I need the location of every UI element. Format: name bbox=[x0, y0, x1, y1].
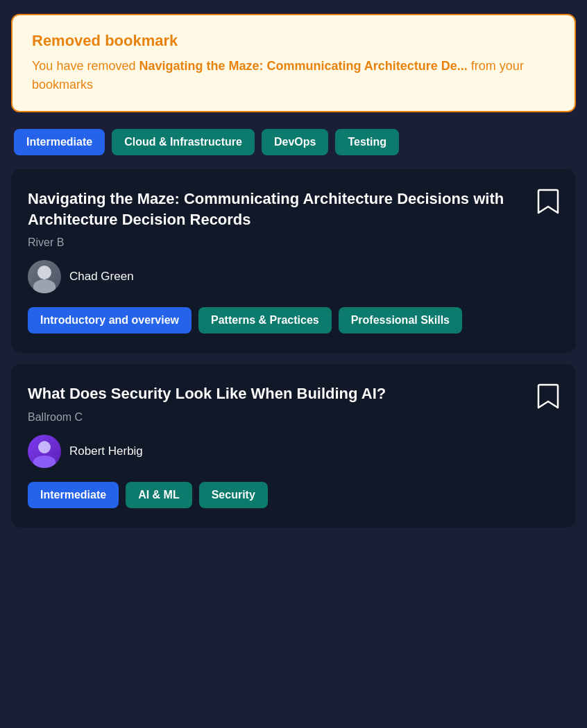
card-2-tag-security[interactable]: Security bbox=[199, 482, 268, 508]
notification-prefix: You have removed bbox=[32, 59, 139, 73]
card-2-avatar bbox=[28, 435, 61, 468]
card-2-tag-aiml[interactable]: AI & ML bbox=[126, 482, 192, 508]
card-1-location: River B bbox=[28, 236, 559, 249]
bookmark-button-card-2[interactable] bbox=[534, 381, 562, 415]
card-1-title: Navigating the Maze: Communicating Archi… bbox=[28, 189, 559, 229]
card-1-tags: Introductory and overview Patterns & Pra… bbox=[28, 307, 559, 333]
card-2-title: What Does Security Look Like When Buildi… bbox=[28, 383, 559, 404]
filter-tag-cloud-infra[interactable]: Cloud & Infrastructure bbox=[112, 129, 255, 155]
card-1-author-name: Chad Green bbox=[69, 270, 134, 284]
card-2-author-row: Robert Herbig bbox=[28, 435, 559, 468]
bookmark-icon-card-2 bbox=[537, 383, 559, 410]
card-2-author-name: Robert Herbig bbox=[69, 444, 143, 458]
bookmark-icon-card-1 bbox=[537, 189, 559, 215]
session-card-2: What Does Security Look Like When Buildi… bbox=[11, 364, 576, 528]
bookmark-button-card-1[interactable] bbox=[534, 186, 562, 220]
filter-tag-devops[interactable]: DevOps bbox=[262, 129, 328, 155]
filter-tag-intermediate[interactable]: Intermediate bbox=[14, 129, 105, 155]
card-2-tags: Intermediate AI & ML Security bbox=[28, 482, 559, 508]
card-1-tag-professional[interactable]: Professional Skills bbox=[339, 307, 462, 333]
card-1-author-row: Chad Green bbox=[28, 260, 559, 293]
card-2-location: Ballroom C bbox=[28, 411, 559, 424]
card-1-tag-patterns[interactable]: Patterns & Practices bbox=[198, 307, 332, 333]
filter-tags-row: Intermediate Cloud & Infrastructure DevO… bbox=[11, 129, 576, 155]
card-1-avatar bbox=[28, 260, 61, 293]
card-1-tag-introductory[interactable]: Introductory and overview bbox=[28, 307, 192, 333]
card-2-tag-intermediate[interactable]: Intermediate bbox=[28, 482, 119, 508]
notification-title: Removed bookmark bbox=[32, 32, 555, 50]
notification-banner: Removed bookmark You have removed Naviga… bbox=[11, 14, 576, 112]
notification-book-title: Navigating the Maze: Communicating Archi… bbox=[139, 59, 467, 73]
notification-body: You have removed Navigating the Maze: Co… bbox=[32, 57, 555, 94]
session-card-1: Navigating the Maze: Communicating Archi… bbox=[11, 169, 576, 353]
filter-tag-testing[interactable]: Testing bbox=[335, 129, 399, 155]
